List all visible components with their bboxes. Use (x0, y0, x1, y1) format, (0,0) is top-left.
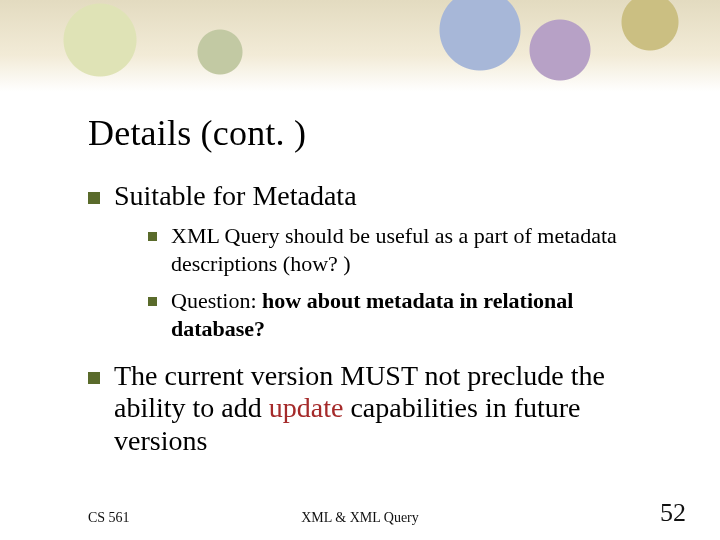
banner-decoration (0, 0, 720, 92)
footer-page-number: 52 (660, 498, 686, 528)
sub-bullets: XML Query should be useful as a part of … (148, 222, 660, 342)
bullet-square-icon (148, 297, 157, 306)
bullet-level2: Question: how about metadata in relation… (148, 287, 660, 342)
bullet-text: Question: how about metadata in relation… (171, 287, 660, 342)
bullet-level1: The current version MUST not preclude th… (88, 360, 660, 457)
bullet-text: The current version MUST not preclude th… (114, 360, 660, 457)
text-prefix: Question: (171, 288, 262, 313)
slide-title: Details (cont. ) (88, 112, 660, 154)
bullet-square-icon (148, 232, 157, 241)
bullet-text: XML Query should be useful as a part of … (171, 222, 660, 277)
slide-content: Details (cont. ) Suitable for Metadata X… (88, 112, 660, 467)
bullet-square-icon (88, 192, 100, 204)
bullet-level2: XML Query should be useful as a part of … (148, 222, 660, 277)
bullet-level1: Suitable for Metadata (88, 180, 660, 212)
text-red: update (269, 392, 344, 423)
slide-footer: CS 561 XML & XML Query 52 (0, 502, 720, 526)
footer-center: XML & XML Query (0, 510, 720, 526)
bullet-square-icon (88, 372, 100, 384)
bullet-text: Suitable for Metadata (114, 180, 357, 212)
